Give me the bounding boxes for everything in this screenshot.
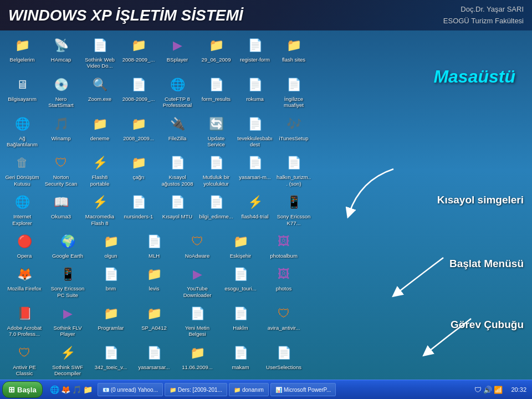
desktop-icon-3-2[interactable]: ⚡Flash8 portable xyxy=(80,151,119,189)
desktop-icon-5-2[interactable]: 📁olgun xyxy=(89,229,132,261)
icon-image: 🛡 xyxy=(14,343,34,363)
desktop-icon-3-1[interactable]: 🛡Norton Security Scan xyxy=(42,151,80,189)
desktop-icon-3-7[interactable]: 📄halkın_turizm... (son) xyxy=(274,151,313,189)
desktop-icon-4-6[interactable]: ⚡flash4d-trial xyxy=(236,190,274,228)
desktop-icon-2-0[interactable]: 🌐Ağ Bağlantılarım xyxy=(3,112,42,150)
desktop-icon-0-1[interactable]: 📡HAmcap xyxy=(42,33,80,71)
desktop-icon-7-4[interactable]: 📄Yeni Metin Belgesi xyxy=(176,301,219,340)
desktop-icon-2-2[interactable]: 📁deneme xyxy=(80,112,119,150)
icon-label: Zoom.exe xyxy=(88,96,111,102)
desktop-icon-1-5[interactable]: 📄form_results xyxy=(197,73,236,111)
desktop-icon-3-5[interactable]: 📄Mutluluk bir yolculuktur xyxy=(197,151,236,189)
desktop-icon-8-0[interactable]: 🛡Antivir PE Classic xyxy=(3,341,46,379)
desktop-icon-2-6[interactable]: 📄tevekkulesbabı dest xyxy=(236,112,274,150)
desktop-icon-6-4[interactable]: ▶YouTube Downloader xyxy=(176,262,219,300)
media-icon[interactable]: 🎵 xyxy=(72,385,81,394)
icon-row-0: 📁Belgelerim📡HAmcap📄Sothink Web Video Do.… xyxy=(3,33,313,71)
desktop-icon-0-6[interactable]: 📄register-form xyxy=(236,33,274,71)
firefox-icon[interactable]: 🦊 xyxy=(61,385,70,394)
icon-image: 💿 xyxy=(51,75,71,95)
desktop-icon-7-5[interactable]: 📄Hakîm xyxy=(219,301,262,340)
desktop-icon-1-4[interactable]: 🌐CuteFTP 8 Professional xyxy=(158,73,197,111)
desktop-icon-8-4[interactable]: 📁11.06.2009... xyxy=(176,341,219,379)
taskbar-task-3[interactable]: 📊Microsoft PowerP... xyxy=(270,383,336,396)
desktop-icon-2-5[interactable]: 🔄Update Service xyxy=(197,112,236,150)
desktop-icon-3-4[interactable]: 📄Kısayol ağustos 2008 xyxy=(158,151,197,189)
desktop-icon-5-6[interactable]: 🖼photoalbum xyxy=(262,229,305,261)
desktop-icon-4-3[interactable]: 📄nursinders-1 xyxy=(119,190,158,228)
desktop-icon-5-1[interactable]: 🌍Google Earth xyxy=(46,229,89,261)
taskbar-task-0[interactable]: 📧(0 unread) Yahoo... xyxy=(98,383,163,396)
desktop-icon-4-5[interactable]: 📄bilgi_edinme... xyxy=(197,190,236,228)
desktop-icon-7-3[interactable]: 📁SP_A0412 xyxy=(132,301,176,340)
network-icon[interactable]: 📶 xyxy=(494,386,503,394)
desktop-icon-7-6[interactable]: 🛡avira_antivir... xyxy=(262,301,305,340)
desktop-icon-1-6[interactable]: 📄rokuma xyxy=(236,73,274,111)
desktop-icon-6-5[interactable]: 📄esogu_touri... xyxy=(219,262,262,300)
desktop-icon-5-0[interactable]: 🔴Opera xyxy=(3,229,46,261)
desktop-icon-4-2[interactable]: ⚡Macromedia Flash 8 xyxy=(80,190,119,228)
desktop-icon-6-1[interactable]: 📱Sony Ericsson PC Suite xyxy=(46,262,89,300)
desktop-icon-5-5[interactable]: 📁Eskişehir xyxy=(219,229,262,261)
desktop-icon-0-2[interactable]: 📄Sothink Web Video Do... xyxy=(80,33,119,71)
desktop-icon-6-2[interactable]: 📄bnm xyxy=(89,262,132,300)
desktop-icon-2-4[interactable]: 🔌FileZilla xyxy=(158,112,197,150)
icon-label: Okuma3 xyxy=(51,213,71,219)
taskbar-tasks: 📧(0 unread) Yahoo...📁Ders: [2009-201...📁… xyxy=(98,383,472,396)
icon-row-2: 🌐Ağ Bağlantılarım🎵Winamp📁deneme📁2008_200… xyxy=(3,112,313,150)
desktop-icon-1-0[interactable]: 🖥Bilgisayarım xyxy=(3,73,42,111)
desktop-icon-8-2[interactable]: 📄342_toeic_v... xyxy=(89,341,132,379)
desktop-icon-7-2[interactable]: 📁Programlar xyxy=(89,301,132,340)
icon-image: 📄 xyxy=(167,153,187,173)
antivir-tray-icon[interactable]: 🛡 xyxy=(474,386,482,394)
icon-row-4: 🌐Internet Explorer📖Okuma3⚡Macromedia Fla… xyxy=(3,190,313,228)
icon-image: ⚡ xyxy=(245,192,265,212)
icon-label: Sothink FLV Player xyxy=(48,325,88,337)
desktop-icon-8-5[interactable]: 📄makam xyxy=(219,341,262,379)
arrow-baslat xyxy=(388,252,466,302)
desktop-icon-8-3[interactable]: 📄yasarsarsar... xyxy=(132,341,176,379)
desktop-icon-6-0[interactable]: 🦊Mozilla Firefox xyxy=(3,262,46,300)
desktop-icon-4-4[interactable]: 📄Kısayol MTU xyxy=(158,190,197,228)
desktop-icon-8-1[interactable]: ⚡Sothink SWF Decompiler xyxy=(46,341,89,379)
taskbar-task-1[interactable]: 📁Ders: [2009-201... xyxy=(165,383,227,396)
desktop-icon-1-1[interactable]: 💿Nero StartSmart xyxy=(42,73,80,111)
desktop-icon-7-1[interactable]: ▶Sothink FLV Player xyxy=(46,301,89,340)
volume-icon[interactable]: 🔊 xyxy=(483,386,492,394)
icon-image: 🖼 xyxy=(274,232,294,252)
desktop-icon-1-7[interactable]: 📄İngilizce muafiyet xyxy=(274,73,313,111)
desktop-icon-4-7[interactable]: 📱Sony Ericsson K77... xyxy=(274,190,313,228)
desktop-icon-6-3[interactable]: 📁levis xyxy=(132,262,176,300)
desktop-icon-2-7[interactable]: 🎶iTunesSetup xyxy=(274,112,313,150)
desktop-icon-4-1[interactable]: 📖Okuma3 xyxy=(42,190,80,228)
taskbar-task-2[interactable]: 📁donanım xyxy=(229,383,269,396)
desktop-icon-2-3[interactable]: 📁2008_2009... xyxy=(119,112,158,150)
system-clock[interactable]: 20:32 xyxy=(505,386,532,393)
desktop-icon-0-3[interactable]: 📁2008-2009_... xyxy=(119,33,158,71)
icon-label: HAmcap xyxy=(51,57,71,63)
desktop-icon-5-3[interactable]: 📄MLH xyxy=(132,229,176,261)
desktop-icon-0-4[interactable]: ▶BSplayer xyxy=(158,33,197,71)
desktop-icon-3-0[interactable]: 🗑Geri Dönüşüm Kutusu xyxy=(3,151,42,189)
desktop-icon-8-6[interactable]: 📄UserSelections xyxy=(262,341,305,379)
desktop-icon-2-1[interactable]: 🎵Winamp xyxy=(42,112,80,150)
icon-image: 🖼 xyxy=(274,264,294,284)
desktop-icon-6-6[interactable]: 🖼photos xyxy=(262,262,305,300)
ie-icon[interactable]: 🌐 xyxy=(50,385,59,394)
desktop-icon-3-3[interactable]: 📁çağrı xyxy=(119,151,158,189)
desktop-icon-0-7[interactable]: 📁flash sites xyxy=(274,33,313,71)
desktop-icon-1-3[interactable]: 📄2008-2009_... xyxy=(119,73,158,111)
start-label: Başla xyxy=(17,386,37,394)
desktop-icon-3-6[interactable]: 📄yasarsari-m... xyxy=(236,151,274,189)
desktop: 📁Belgelerim📡HAmcap📄Sothink Web Video Do.… xyxy=(0,30,532,380)
icon-label: form_results xyxy=(202,96,231,102)
icon-image: 📁 xyxy=(129,35,149,55)
desktop-icon-7-0[interactable]: 📕Adobe Acrobat 7.0 Profess... xyxy=(3,301,46,340)
desktop-icon-4-0[interactable]: 🌐Internet Explorer xyxy=(3,190,42,228)
desktop-icon-1-2[interactable]: 🔍Zoom.exe xyxy=(80,73,119,111)
folder-icon[interactable]: 📁 xyxy=(83,385,93,394)
desktop-icon-5-4[interactable]: 🛡NoAdware xyxy=(176,229,219,261)
desktop-icon-0-0[interactable]: 📁Belgelerim xyxy=(3,33,42,71)
desktop-icon-0-5[interactable]: 📁29_06_2009 xyxy=(197,33,236,71)
start-button[interactable]: ⊞ Başla xyxy=(2,381,43,398)
